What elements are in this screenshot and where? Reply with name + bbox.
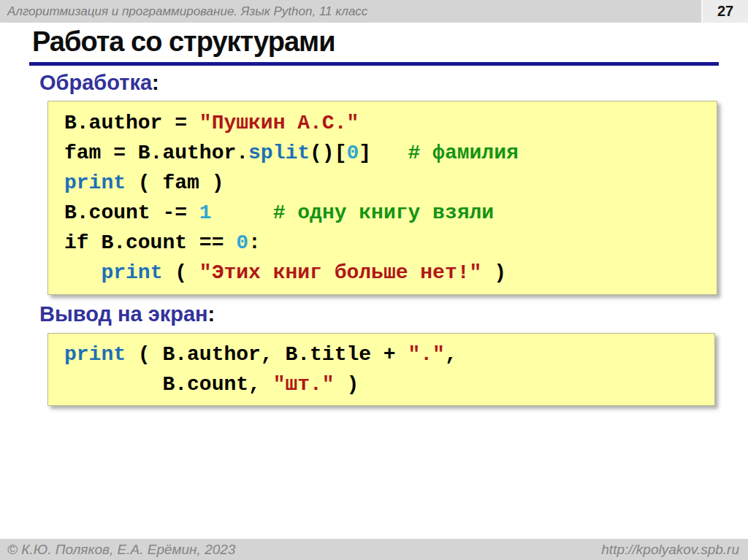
course-title: Алгоритмизация и программирование. Язык … <box>7 0 367 23</box>
section-label-colon: : <box>208 302 215 326</box>
code-token-keyword: print <box>64 343 126 366</box>
code-token-comment: # одну книгу взяли <box>273 202 494 224</box>
code-line: fam = B.author.split()[0] # фамилия <box>64 138 717 168</box>
code-block-processing: B.author = "Пушкин А.С."fam = B.author.s… <box>47 101 717 295</box>
page-number: 27 <box>701 0 748 23</box>
code-line: print ( fam ) <box>64 168 717 198</box>
footer-copyright: © К.Ю. Поляков, Е.А. Ерёмин, 2023 <box>7 539 235 560</box>
code-token-plain: if B.count == <box>64 231 236 254</box>
code-line: B.count, "шт." ) <box>64 369 714 399</box>
code-line: print ( "Этих книг больше нет!" ) <box>64 258 717 288</box>
code-token-plain <box>212 202 273 224</box>
code-token-plain: ( B.author, B.title + <box>126 343 408 366</box>
code-token-keyword: split <box>248 142 310 164</box>
code-block-output: print ( B.author, B.title + ".", B.count… <box>47 333 715 406</box>
code-token-number: 0 <box>236 231 248 254</box>
footer-website-link[interactable]: http://kpolyakov.spb.ru <box>601 539 739 560</box>
code-token-plain: fam = B.author. <box>64 142 248 164</box>
header-bar: Алгоритмизация и программирование. Язык … <box>0 0 748 23</box>
slide-title: Работа со структурами <box>32 26 335 58</box>
code-token-plain: B.author = <box>64 112 199 134</box>
code-token-keyword: print <box>64 172 126 194</box>
code-token-plain: ( fam ) <box>126 172 224 194</box>
section-label-processing: Обработка: <box>39 71 159 95</box>
code-token-keyword: print <box>101 261 162 284</box>
footer-bar: © К.Ю. Поляков, Е.А. Ерёмин, 2023 http:/… <box>0 539 748 560</box>
code-token-plain: ( <box>162 261 199 284</box>
code-token-plain: , <box>445 343 457 366</box>
section-label-text: Обработка <box>39 71 152 94</box>
code-token-plain: ) <box>335 373 359 396</box>
section-label-output: Вывод на экран: <box>39 302 215 326</box>
code-token-comment: # фамилия <box>408 142 519 164</box>
code-token-number: 1 <box>199 202 212 224</box>
code-token-plain <box>64 261 101 284</box>
code-line: if B.count == 0: <box>64 228 717 258</box>
code-token-plain: ] <box>359 142 408 164</box>
code-line: B.author = "Пушкин А.С." <box>64 108 717 138</box>
code-token-plain: : <box>248 231 261 254</box>
code-token-plain: B.count, <box>64 373 273 396</box>
code-token-plain: B.count -= <box>64 202 199 224</box>
code-token-string: "шт." <box>273 373 335 396</box>
section-label-text: Вывод на экран <box>39 302 208 326</box>
code-token-string: "Этих книг больше нет!" <box>199 261 481 284</box>
code-line: print ( B.author, B.title + ".", <box>64 340 714 369</box>
title-underline <box>29 62 719 66</box>
code-line: B.count -= 1 # одну книгу взяли <box>64 198 717 228</box>
section-label-colon: : <box>152 71 159 94</box>
code-token-plain: ()[ <box>310 142 346 164</box>
code-token-string: "." <box>408 343 444 366</box>
code-token-string: "Пушкин А.С." <box>199 112 359 134</box>
code-token-number: 0 <box>346 142 359 164</box>
code-token-plain: ) <box>481 261 506 284</box>
